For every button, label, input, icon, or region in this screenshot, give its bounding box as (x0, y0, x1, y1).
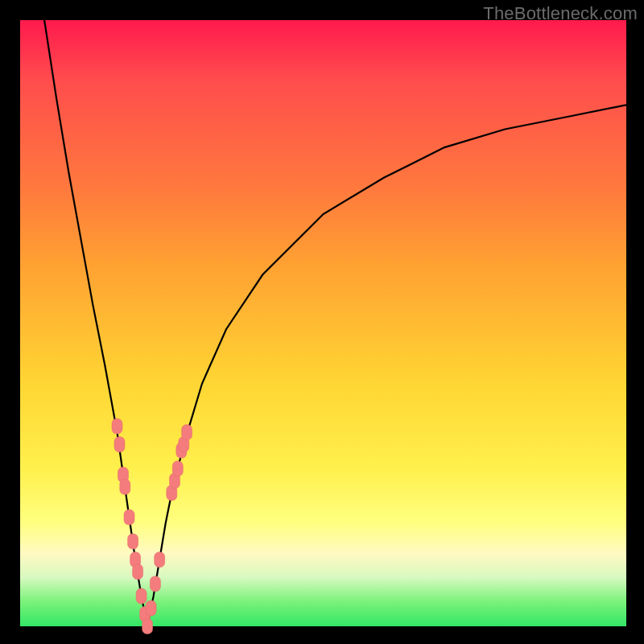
marker-dot (172, 461, 183, 477)
marker-dot (112, 419, 122, 434)
marker-group (112, 419, 192, 634)
marker-dot (114, 437, 125, 452)
marker-dot (146, 601, 156, 616)
marker-dot (128, 534, 138, 549)
marker-dot (155, 552, 165, 568)
marker-dot (150, 576, 160, 592)
marker-dot (133, 564, 143, 580)
marker-dot (142, 619, 153, 634)
marker-dot (136, 588, 147, 604)
marker-dot (124, 510, 134, 525)
marker-dot (120, 479, 130, 494)
chart-svg (0, 0, 644, 644)
marker-dot (182, 425, 192, 440)
